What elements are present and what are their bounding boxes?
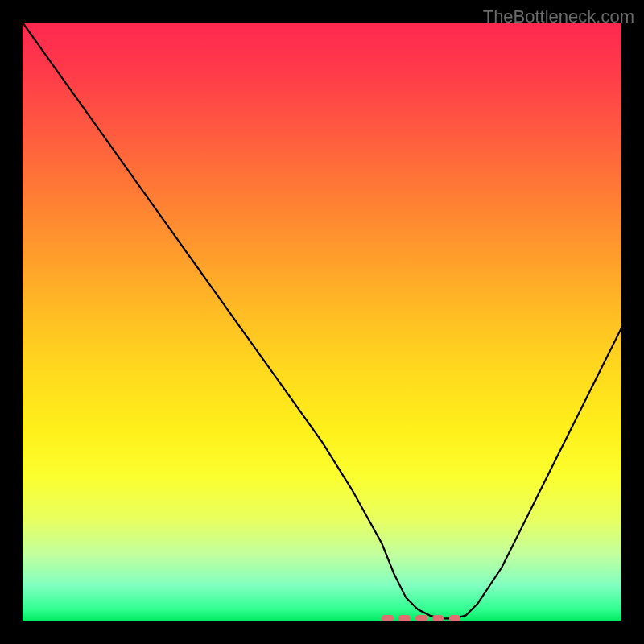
trough-dash [382,615,394,621]
trough-dash [415,615,427,621]
trough-dash [449,615,461,621]
chart-plot-area [23,23,621,621]
watermark-text: TheBottleneck.com [483,6,634,27]
trough-dash [432,615,444,621]
trough-marker [23,23,621,621]
trough-dash [398,615,411,621]
